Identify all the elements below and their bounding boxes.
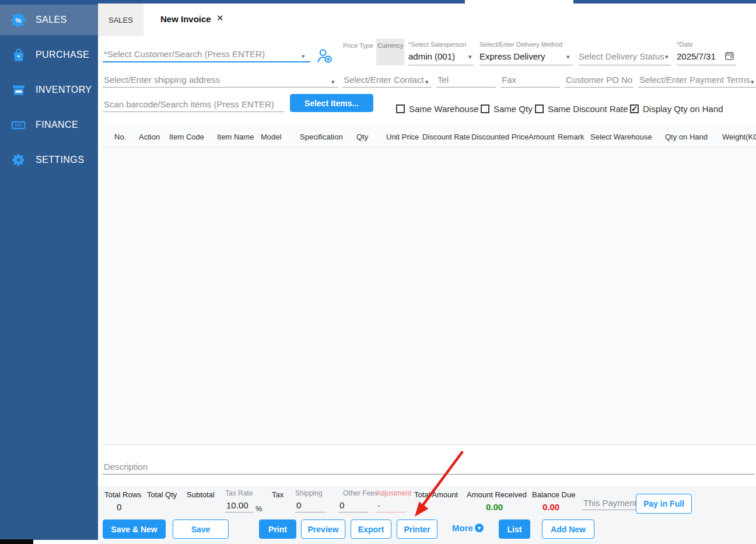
shopping-bag-icon [10, 47, 26, 63]
svg-text:%: % [15, 16, 21, 23]
salesperson-value[interactable]: admin (001) [408, 51, 455, 61]
save-and-new-button[interactable]: Save & New [103, 519, 166, 539]
salesperson-label: *Select Salesperson [408, 41, 466, 48]
balance-due-value: 0.00 [542, 502, 559, 512]
checkbox-checked-icon[interactable] [630, 104, 639, 113]
column-header: Item Name [217, 132, 254, 141]
preview-button[interactable]: Preview [301, 519, 345, 539]
payment-terms-select[interactable] [638, 74, 756, 88]
payment-terms-input[interactable] [638, 74, 756, 88]
fax-field[interactable] [501, 74, 560, 88]
amount-received-value: 0.00 [486, 502, 503, 512]
barcode-search-field[interactable] [103, 98, 284, 112]
amount-received-label: Amount Received [467, 490, 527, 499]
sidebar: % SALES PURCHASE INVENTORY 100 FINANCE [0, 4, 98, 540]
sidebar-item-label: SALES [36, 15, 67, 25]
salesperson-underline [408, 65, 474, 65]
tel-input[interactable] [436, 74, 496, 88]
select-items-button[interactable]: Select Items... [290, 94, 373, 112]
tab-sales[interactable]: SALES [98, 4, 144, 36]
chevron-down-icon[interactable] [302, 53, 305, 60]
customer-select[interactable] [103, 48, 310, 62]
column-header: No. [114, 132, 126, 141]
checkbox-same-discount-rate[interactable]: Same Discount Rate [535, 104, 628, 114]
pay-in-full-button[interactable]: Pay in Full [636, 494, 692, 514]
items-table: No. Action Item Code Item Name Model Spe… [103, 123, 756, 445]
other-fees-field[interactable] [338, 500, 369, 512]
shipping-address-select[interactable] [103, 74, 338, 88]
tab-new-invoice[interactable]: New Invoice [160, 14, 211, 24]
list-button[interactable]: List [499, 519, 530, 539]
add-customer-icon[interactable] [316, 48, 332, 67]
date-underline [677, 65, 736, 65]
barcode-search-input[interactable] [103, 98, 284, 112]
top-strip-right [573, 0, 756, 4]
delivery-method-label: Select/Enter Delivery Method [480, 41, 562, 48]
customer-po-field[interactable] [565, 74, 634, 88]
banknote-icon: 100 [10, 117, 26, 133]
this-payment-input[interactable] [582, 497, 636, 510]
column-header: Select Warehouse [590, 132, 652, 141]
delivery-status-select[interactable]: Select Delivery Status [579, 51, 664, 61]
tax-rate-label: Tax Rate [225, 489, 253, 497]
column-header: Discount Rate [422, 132, 470, 141]
fax-input[interactable] [501, 74, 560, 88]
tel-field[interactable] [436, 74, 496, 88]
sidebar-item-finance[interactable]: 100 FINANCE [0, 110, 98, 140]
chevron-down-icon[interactable] [331, 78, 335, 86]
sidebar-item-label: INVENTORY [36, 85, 92, 95]
date-value[interactable]: 2025/7/31 [677, 51, 716, 61]
sidebar-item-settings[interactable]: SETTINGS [0, 145, 98, 175]
more-label: More [452, 523, 473, 533]
tax-rate-input[interactable] [225, 500, 253, 512]
checkbox-icon[interactable] [535, 104, 544, 113]
shipping-label: Shipping [295, 489, 323, 497]
other-fees-input[interactable] [338, 500, 369, 512]
customer-input[interactable] [103, 48, 310, 62]
this-payment-field[interactable] [582, 497, 636, 510]
checkbox-same-warehouse[interactable]: Same Warehouse [396, 104, 479, 114]
window-edge-artifact [0, 539, 33, 544]
checkbox-label: Same Discount Rate [548, 104, 628, 114]
checkbox-same-qty[interactable]: Same Qty [481, 104, 533, 114]
annotation-arrow [402, 447, 473, 522]
calendar-icon[interactable] [724, 51, 734, 63]
tax-rate-field[interactable] [225, 500, 253, 512]
adjustment-input[interactable] [376, 500, 405, 512]
chevron-down-icon[interactable] [566, 53, 570, 61]
shipping-address-input[interactable] [103, 74, 338, 88]
print-button[interactable]: Print [259, 519, 296, 539]
save-button[interactable]: Save [173, 519, 229, 539]
chevron-down-icon[interactable] [751, 78, 754, 86]
checkbox-label: Same Warehouse [409, 104, 479, 114]
adjustment-field[interactable] [376, 500, 405, 512]
contact-select[interactable] [342, 74, 432, 88]
shipping-input[interactable] [295, 500, 326, 512]
contact-input[interactable] [342, 74, 432, 88]
export-button[interactable]: Export [351, 519, 391, 539]
chevron-down-circle-icon [475, 524, 484, 532]
close-icon[interactable] [216, 13, 224, 23]
checkbox-display-qty-on-hand[interactable]: Display Qty on Hand [630, 104, 723, 114]
column-header: Discounted Price [471, 132, 528, 141]
storefront-icon [10, 82, 26, 98]
add-new-button[interactable]: Add New [542, 519, 594, 539]
checkbox-icon[interactable] [396, 104, 405, 113]
checkbox-icon[interactable] [481, 104, 489, 113]
customer-po-input[interactable] [565, 74, 634, 88]
currency-field-disabled: Currency [376, 39, 404, 65]
more-button[interactable]: More [452, 523, 484, 533]
chevron-down-icon[interactable] [425, 78, 429, 86]
sidebar-item-inventory[interactable]: INVENTORY [0, 75, 98, 105]
gear-icon [10, 152, 26, 168]
chevron-down-icon[interactable] [468, 53, 472, 61]
chevron-down-icon[interactable] [665, 53, 668, 61]
sidebar-item-label: PURCHASE [36, 50, 89, 60]
column-header: Item Code [169, 132, 204, 141]
delivery-method-underline [480, 65, 573, 65]
sidebar-item-sales[interactable]: % SALES [0, 5, 98, 35]
shipping-field[interactable] [295, 500, 326, 512]
currency-label: Currency [377, 42, 404, 49]
delivery-method-value[interactable]: Express Delivery [480, 51, 545, 61]
sidebar-item-purchase[interactable]: PURCHASE [0, 40, 98, 70]
